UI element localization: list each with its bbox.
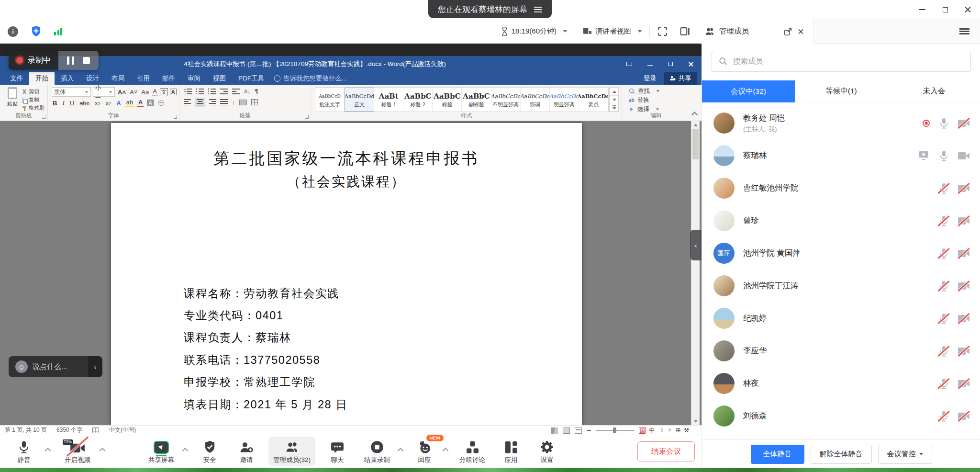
camera-on-icon[interactable] (958, 150, 970, 161)
camera-off-icon[interactable] (958, 345, 970, 357)
member-row[interactable]: 蔡瑞林 (702, 139, 980, 172)
mic-muted-icon[interactable] (937, 345, 950, 357)
camera-off-icon[interactable] (958, 215, 970, 226)
meeting-controls-button[interactable]: 会议管控 (878, 445, 932, 464)
text-effects-button[interactable]: A (115, 100, 122, 107)
search-input[interactable] (732, 56, 964, 66)
word-tab-insert[interactable]: 插入 (55, 72, 80, 85)
reactions-chevron[interactable] (443, 448, 449, 454)
print-layout-icon[interactable] (563, 427, 570, 434)
borders-icon[interactable] (251, 99, 258, 105)
word-tab-mailings[interactable]: 邮件 (156, 72, 181, 85)
word-count[interactable]: 6350 个字 (56, 426, 82, 434)
word-tab-view[interactable]: 视图 (207, 72, 232, 85)
style-item[interactable]: AaBbCcDd明显强调 (550, 88, 579, 112)
web-layout-icon[interactable] (575, 427, 582, 434)
scroll-down-arrow[interactable] (694, 420, 698, 423)
zoom-out-icon[interactable] (587, 430, 591, 431)
word-tab-design[interactable]: 设计 (80, 72, 105, 85)
format-painter-button[interactable]: 格式刷 (22, 104, 45, 112)
clipboard-dialog-launcher[interactable] (42, 115, 45, 119)
show-marks-icon[interactable]: ¶ (255, 88, 258, 95)
camera-off-icon[interactable] (958, 313, 970, 324)
word-tab-layout[interactable]: 布局 (105, 72, 131, 85)
style-item[interactable]: AaBt标题 1 (374, 88, 403, 112)
increase-indent-icon[interactable] (232, 88, 240, 94)
read-mode-icon[interactable] (551, 427, 558, 434)
subscript-button[interactable]: x2 (94, 100, 101, 107)
styles-gallery-arrows[interactable] (609, 87, 619, 112)
close-button[interactable] (964, 5, 972, 14)
toolbar-reactions-button[interactable]: NEW 回应 (418, 438, 431, 464)
member-row[interactable]: 国萍 池州学院 黄国萍 (702, 237, 980, 270)
pause-recording-button[interactable] (67, 56, 74, 65)
word-close-icon[interactable] (687, 60, 695, 68)
member-row[interactable]: 林夜 (702, 367, 980, 400)
tab-in-meeting[interactable]: 会议中(32) (702, 80, 795, 102)
tell-me-box[interactable]: 告诉我您想要做什么... (274, 72, 347, 85)
font-name-combo[interactable]: 黑体 (52, 87, 91, 97)
camera-off-icon[interactable] (958, 410, 970, 422)
stop-recording-button[interactable] (83, 57, 90, 64)
highlight-color-button[interactable]: ab (125, 99, 134, 107)
toolbar-security-button[interactable]: 安全 (203, 438, 216, 464)
character-border-button[interactable]: A (170, 89, 177, 95)
bold-button[interactable]: B (52, 100, 58, 107)
security-shield-icon[interactable] (31, 25, 42, 37)
toolbar-mute-button[interactable]: 静音 (18, 438, 31, 464)
mic-muted-icon[interactable] (937, 182, 950, 194)
mic-on-icon[interactable] (937, 117, 950, 129)
phonetic-guide-button[interactable]: 文 (160, 88, 168, 96)
paste-button[interactable]: 粘贴 (5, 87, 20, 108)
shading-button[interactable]: A (147, 100, 153, 106)
emoji-icon[interactable]: ☺ (15, 360, 28, 373)
meeting-timer[interactable]: 18:19(60分钟) (501, 27, 567, 36)
justify-icon[interactable] (220, 99, 228, 105)
align-right-icon[interactable] (208, 99, 216, 105)
tab-manage-members[interactable]: 管理成员 (697, 19, 813, 44)
camera-off-icon[interactable] (958, 182, 970, 194)
copy-button[interactable]: 复制 (22, 96, 45, 103)
multilevel-list-icon[interactable] (208, 88, 216, 94)
style-item[interactable]: AaBbCcD批注文字 (315, 88, 345, 112)
superscript-button[interactable]: x2 (105, 100, 112, 107)
member-search-box[interactable] (712, 51, 971, 72)
shrink-font-button[interactable]: A˅ (129, 89, 138, 96)
word-sign-in[interactable]: 登录 (644, 74, 657, 83)
scrollbar-thumb[interactable] (692, 129, 699, 159)
recording-options-chevron[interactable] (398, 448, 404, 454)
member-row[interactable]: 曹红敏池州学院 (702, 172, 980, 204)
sort-icon[interactable]: A↓ (244, 89, 250, 94)
word-restore-icon[interactable] (667, 60, 674, 68)
mute-all-button[interactable]: 全体静音 (751, 445, 804, 464)
member-row[interactable]: 刘德森 (702, 400, 980, 432)
bullet-list-icon[interactable] (184, 88, 192, 94)
style-item-selected[interactable]: AaBbCcDd正文 (345, 88, 374, 112)
member-list[interactable]: 教务处 周恺(主持人, 我) 蔡瑞林 曹红敏池州学院 (702, 107, 980, 439)
style-item[interactable]: AaBbCcDc要点 (579, 88, 608, 112)
numbered-list-icon[interactable] (196, 88, 204, 94)
mic-muted-icon[interactable] (937, 247, 950, 259)
member-row[interactable]: 教务处 周恺(主持人, 我) (702, 107, 980, 139)
toolbar-stop-recording-button[interactable]: 结束录制 (364, 438, 390, 464)
mic-muted-icon[interactable] (937, 410, 950, 422)
share-options-chevron[interactable] (182, 448, 189, 454)
paragraph-shading-icon[interactable] (239, 100, 247, 105)
word-tab-file[interactable]: 文件 (4, 72, 29, 85)
word-minimize-icon[interactable] (646, 60, 654, 68)
document-page[interactable]: 第二批国家级一流本科课程申报书 （社会实践课程） 课程名称：劳动教育社会实践 专… (111, 123, 582, 425)
tab-waiting[interactable]: 等候中(1) (795, 80, 888, 102)
word-share-button[interactable]: 共享 (664, 72, 697, 85)
toolbar-apps-button[interactable]: 应用 (505, 438, 518, 464)
decrease-indent-icon[interactable] (220, 88, 228, 94)
change-case-button[interactable]: Aa (140, 89, 150, 96)
style-item[interactable]: AaBbCcDd不明显强调 (491, 88, 521, 112)
style-item[interactable]: AaBbC标题 (433, 88, 462, 112)
font-size-combo[interactable]: 小二 (93, 87, 115, 97)
mic-muted-icon[interactable] (937, 378, 950, 389)
tab-not-joined[interactable]: 未入会 (888, 80, 980, 102)
camera-off-icon[interactable] (958, 378, 970, 389)
camera-options-chevron[interactable] (100, 448, 106, 454)
mic-on-icon[interactable] (937, 150, 950, 161)
cut-button[interactable]: 剪切 (22, 88, 45, 95)
